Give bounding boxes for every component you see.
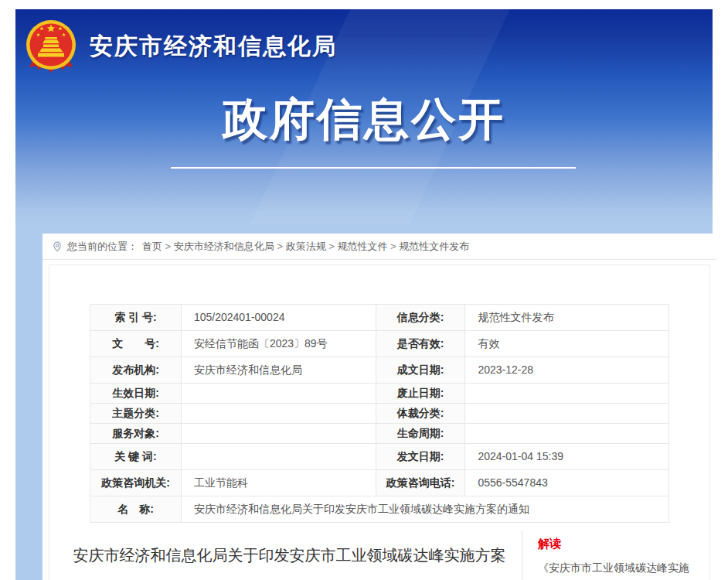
national-emblem-logo <box>23 19 79 74</box>
meta-value-cell <box>465 404 669 424</box>
meta-value-cell: 规范性文件发布 <box>465 305 669 331</box>
site-brand[interactable]: 安庆市经济和信息化局 <box>23 19 337 74</box>
meta-value-cell: 有效 <box>465 331 669 357</box>
breadcrumb-separator: > <box>274 241 286 252</box>
meta-value-cell: 安经信节能函〔2023〕89号 <box>181 331 376 357</box>
meta-value-cell <box>465 424 669 444</box>
interpretation-sidebar: 解读 《安庆市市工业领域碳达峰实施方案》解读 <box>522 531 709 580</box>
meta-label-cell: 信息分类: <box>376 305 465 331</box>
meta-value-cell: 2024-01-04 15:39 <box>465 444 669 470</box>
doc-meta-table: 索 引 号:105/202401-00024信息分类:规范性文件发布文 号:安经… <box>90 304 669 523</box>
meta-value-cell: 工业节能科 <box>181 470 376 496</box>
meta-label-cell: 体裁分类: <box>376 404 465 424</box>
content-panel: 您当前的位置： 首页 > 安庆市经济和信息化局 > 政策法规 > 规范性文件 >… <box>43 234 716 580</box>
table-row: 生效日期:废止日期: <box>90 384 669 404</box>
article-column: 安庆市经济和信息化局关于印发安庆市工业领域碳达峰实施方案的通知 <box>49 527 522 580</box>
document-card: 索 引 号:105/202401-00024信息分类:规范性文件发布文 号:安经… <box>49 264 710 580</box>
page-background-column: 安庆市经济和信息化局 政府信息公开 您当前的位置： 首页 > 安庆市经济和信息化… <box>15 9 713 580</box>
meta-label-cell: 是否有效: <box>376 331 465 357</box>
page-title: 政府信息公开 <box>15 90 713 150</box>
breadcrumb-link[interactable]: 安庆市经济和信息化局 <box>174 241 274 252</box>
meta-label-cell: 服务对象: <box>90 424 182 444</box>
meta-label-cell: 文 号: <box>90 331 182 357</box>
meta-label-cell: 主题分类: <box>90 404 182 424</box>
top-banner: 安庆市经济和信息化局 政府信息公开 <box>15 9 713 224</box>
table-row: 文 号:安经信节能函〔2023〕89号是否有效:有效 <box>90 331 669 357</box>
breadcrumb-items: 首页 > 安庆市经济和信息化局 > 政策法规 > 规范性文件 > 规范性文件发布 <box>142 240 469 254</box>
breadcrumb-link[interactable]: 政策法规 <box>286 241 326 252</box>
interpretation-heading: 解读 <box>538 537 697 551</box>
meta-value-cell: 105/202401-00024 <box>181 305 376 331</box>
meta-label-cell: 政策咨询机关: <box>90 470 182 496</box>
table-row: 主题分类:体裁分类: <box>90 404 669 424</box>
meta-label-cell: 成文日期: <box>376 357 465 384</box>
meta-label-cell: 名 称: <box>90 496 182 523</box>
breadcrumb-prefix: 您当前的位置： <box>67 240 138 254</box>
meta-value-cell: 安庆市经济和信息化局 <box>181 357 376 384</box>
breadcrumb-link[interactable]: 规范性文件发布 <box>399 241 469 252</box>
meta-value-cell <box>181 404 376 424</box>
breadcrumb-link[interactable]: 首页 <box>142 241 162 252</box>
meta-value-cell: 2023-12-28 <box>465 357 669 384</box>
site-title[interactable]: 安庆市经济和信息化局 <box>90 31 337 63</box>
meta-value-cell <box>181 384 376 404</box>
doc-section: 安庆市经济和信息化局关于印发安庆市工业领域碳达峰实施方案的通知 解读 《安庆市市… <box>49 527 709 580</box>
meta-label-cell: 废止日期: <box>376 384 465 404</box>
meta-label-cell: 发布机构: <box>90 357 182 384</box>
interpretation-link[interactable]: 《安庆市市工业领域碳达峰实施方案》解读 <box>538 558 697 580</box>
article-title: 安庆市经济和信息化局关于印发安庆市工业领域碳达峰实施方案的通知 <box>70 538 509 580</box>
breadcrumb-link[interactable]: 规范性文件 <box>337 241 387 252</box>
meta-label-cell: 关 键 词: <box>90 444 182 470</box>
meta-label-cell: 发文日期: <box>376 444 465 470</box>
table-row: 政策咨询机关:工业节能科政策咨询电话:0556-5547843 <box>90 470 669 496</box>
table-row: 发布机构:安庆市经济和信息化局成文日期:2023-12-28 <box>90 357 669 384</box>
meta-value-cell: 0556-5547843 <box>465 470 669 496</box>
meta-label-cell: 生命周期: <box>376 424 465 444</box>
meta-label-cell: 政策咨询电话: <box>376 470 465 496</box>
location-pin-icon <box>52 241 63 252</box>
meta-value-cell <box>181 424 376 444</box>
table-row: 关 键 词:发文日期:2024-01-04 15:39 <box>90 444 669 470</box>
banner-underline <box>171 167 576 169</box>
breadcrumb: 您当前的位置： 首页 > 安庆市经济和信息化局 > 政策法规 > 规范性文件 >… <box>43 234 716 260</box>
breadcrumb-separator: > <box>387 241 399 252</box>
breadcrumb-separator: > <box>162 241 174 252</box>
table-row: 名 称:安庆市经济和信息化局关于印发安庆市工业领域碳达峰实施方案的通知 <box>90 496 669 523</box>
meta-value-cell <box>181 444 376 470</box>
table-row: 服务对象:生命周期: <box>90 424 669 444</box>
meta-value-cell <box>465 384 669 404</box>
meta-label-cell: 生效日期: <box>90 384 182 404</box>
breadcrumb-separator: > <box>326 241 338 252</box>
table-row: 索 引 号:105/202401-00024信息分类:规范性文件发布 <box>90 305 669 331</box>
meta-value-cell: 安庆市经济和信息化局关于印发安庆市工业领域碳达峰实施方案的通知 <box>181 496 668 523</box>
meta-label-cell: 索 引 号: <box>90 305 182 331</box>
